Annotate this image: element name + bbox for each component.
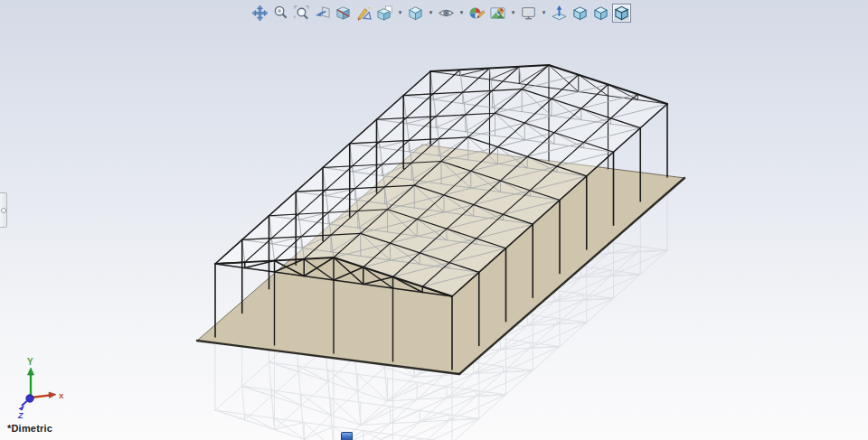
zoom-in-out-button[interactable] (271, 4, 290, 23)
zoom-in-out-icon (272, 5, 289, 22)
collapsed-panel-tab[interactable] (0, 192, 7, 228)
view-cube-3-button[interactable] (612, 4, 631, 23)
zoom-to-fit-button[interactable] (250, 4, 269, 23)
x-axis-arrowhead (49, 392, 56, 398)
view-orientation-label: *Dimetric (7, 423, 52, 434)
view-cube-1-icon (571, 5, 589, 22)
hide-show-items-icon (438, 5, 455, 22)
panel-tab-handle-icon (1, 208, 6, 213)
normal-to-icon (551, 5, 568, 22)
hide-show-items-dropdown[interactable]: ▾ (458, 4, 466, 23)
zoom-to-fit-icon (251, 5, 269, 22)
annotation-views-icon (355, 5, 373, 22)
apply-scene-button[interactable] (488, 4, 507, 23)
zoom-to-area-button[interactable] (292, 4, 311, 23)
view-cube-3-icon (613, 5, 630, 22)
x-axis-label: X (59, 392, 64, 400)
previous-view-icon (314, 5, 331, 22)
annotation-views-button[interactable] (354, 4, 373, 23)
view-settings-dropdown[interactable]: ▾ (540, 4, 548, 23)
display-style-icon (407, 5, 424, 22)
y-axis-arrowhead (28, 368, 34, 375)
heads-up-view-toolbar: ▾ ▾ ▾ (250, 2, 631, 23)
apply-scene-icon (489, 5, 506, 22)
view-settings-button[interactable] (519, 4, 538, 23)
previous-view-button[interactable] (313, 4, 332, 23)
view-cube-2-icon (592, 5, 609, 22)
graphics-viewport[interactable] (0, 0, 868, 440)
edit-appearance-button[interactable] (467, 4, 486, 23)
section-view-icon (335, 5, 352, 22)
view-cube-1-button[interactable] (571, 4, 590, 23)
zoom-to-area-icon (293, 5, 310, 22)
hide-show-items-button[interactable] (437, 4, 456, 23)
taskbar-peek-icon[interactable] (341, 432, 353, 440)
view-orientation-dropdown[interactable]: ▾ (396, 4, 404, 23)
edit-appearance-icon (468, 5, 486, 22)
view-orientation-button[interactable] (375, 4, 394, 23)
model-canvas[interactable] (0, 0, 868, 440)
section-view-button[interactable] (334, 4, 353, 23)
view-settings-icon (520, 5, 537, 22)
z-axis-arrowhead (19, 406, 25, 411)
view-orientation-icon (376, 5, 393, 22)
display-style-button[interactable] (406, 4, 425, 23)
view-cube-2-button[interactable] (591, 4, 610, 23)
reference-triad: Y X Z (7, 356, 72, 421)
normal-to-button[interactable] (550, 4, 569, 23)
display-style-dropdown[interactable]: ▾ (427, 4, 435, 23)
z-axis-label: Z (17, 411, 24, 420)
y-axis-label: Y (27, 357, 33, 367)
apply-scene-dropdown[interactable]: ▾ (509, 4, 517, 23)
